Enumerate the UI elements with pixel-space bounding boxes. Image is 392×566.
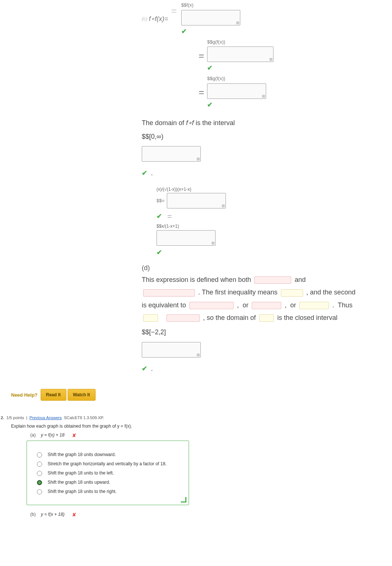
check-icon: ✔ bbox=[207, 100, 266, 110]
option-a2[interactable]: Stretch the graph horizontally and verti… bbox=[35, 460, 180, 467]
interval-formula-1: $$[0,∞) bbox=[142, 131, 392, 142]
obscured-thus-2 bbox=[166, 314, 200, 322]
x-icon: ✘ bbox=[72, 512, 76, 518]
domain-statement: The domain of f∘f is the interval bbox=[142, 118, 392, 128]
label-c: (c) bbox=[142, 15, 147, 23]
radio-a2[interactable] bbox=[37, 462, 42, 467]
answer-field-domain1[interactable] bbox=[142, 146, 201, 162]
option-a3-label: Shift the graph 18 units to the left. bbox=[48, 470, 114, 476]
answer-field-indent-2[interactable] bbox=[157, 230, 216, 246]
option-a1-label: Shift the graph 18 units downward. bbox=[48, 452, 116, 457]
score-label: 1/5 points bbox=[6, 415, 24, 420]
question-ref: SCalcET8 1.3.509.XP. bbox=[64, 415, 104, 420]
x-icon: ✘ bbox=[72, 432, 76, 438]
obscured-eq-3 bbox=[299, 302, 329, 309]
eq-sign-0: = bbox=[171, 5, 177, 16]
sub-b-equation: y = f(x + 18) bbox=[41, 512, 65, 517]
check-icon: ✔ bbox=[157, 247, 162, 258]
option-a4-label: Shift the graph 18 units upward. bbox=[48, 480, 110, 485]
obscured-eq-2 bbox=[252, 302, 281, 309]
eq-sign-1: = bbox=[199, 48, 204, 64]
check-icon: ✔ bbox=[157, 211, 162, 222]
radio-a3[interactable] bbox=[37, 471, 42, 476]
eq-sign-2: = bbox=[199, 85, 204, 100]
option-a1[interactable]: Shift the graph 18 units downward. bbox=[35, 451, 180, 458]
part-d-flow: This expression is defined when both and… bbox=[142, 273, 392, 324]
option-a5[interactable]: Shift the graph 18 units to the right. bbox=[35, 488, 180, 494]
check-icon: ✔ bbox=[181, 26, 240, 37]
watch-it-button[interactable]: Watch It bbox=[68, 389, 96, 401]
option-a4[interactable]: Shift the graph 18 units upward. bbox=[35, 479, 180, 485]
question-title: Explain how each graph is obtained from … bbox=[11, 424, 392, 429]
radio-a4[interactable] bbox=[37, 480, 42, 485]
options-box-a: Shift the graph 18 units downward. Stret… bbox=[27, 441, 189, 505]
indent-line-2a: $$x/(1-x+1) bbox=[157, 223, 179, 230]
check-icon: ✔ bbox=[142, 168, 147, 179]
obscured-eq-1 bbox=[189, 302, 234, 309]
fof-prefix: f∘f(x)= bbox=[149, 14, 168, 24]
interval-formula-2: $$[−2,2] bbox=[142, 327, 392, 338]
obscured-ineq-2 bbox=[143, 289, 195, 297]
obscured-ineq-1 bbox=[254, 276, 291, 284]
check-icon: ✔ bbox=[207, 63, 274, 73]
obscured-thus-1 bbox=[143, 314, 158, 322]
option-a3[interactable]: Shift the graph 18 units to the left. bbox=[35, 470, 180, 476]
part-d-label: (d) bbox=[142, 263, 150, 273]
sub-a-equation: y = f(x) + 18 bbox=[41, 432, 65, 438]
indent-line-1b: $$= bbox=[157, 197, 165, 205]
sub-a-letter: (a) bbox=[30, 432, 36, 438]
obscured-val-1 bbox=[281, 289, 303, 297]
period-2: . bbox=[151, 363, 153, 374]
radio-a1[interactable] bbox=[37, 452, 42, 458]
option-a2-label: Stretch the graph horizontally and verti… bbox=[48, 461, 166, 466]
answer-field-3[interactable] bbox=[207, 83, 266, 99]
indent-line-1a: (x)/(√(1-x))(x+1-x) bbox=[157, 186, 191, 193]
gfx-label: $$g(f(x)) bbox=[207, 38, 274, 46]
previous-answers-link[interactable]: Previous Answers bbox=[30, 415, 62, 420]
fx-label: $$f(x) bbox=[181, 1, 240, 9]
answer-field-2[interactable] bbox=[207, 46, 274, 62]
gfx-label-2: $$g(f(x)) bbox=[207, 75, 266, 83]
need-help-label: Need Help? bbox=[11, 392, 38, 398]
answer-field-indent-1[interactable] bbox=[167, 193, 226, 208]
period-1: . bbox=[151, 168, 153, 179]
radio-a5[interactable] bbox=[37, 489, 42, 494]
answer-field-1[interactable] bbox=[181, 10, 240, 25]
option-a5-label: Shift the graph 18 units to the right. bbox=[48, 489, 117, 494]
read-it-button[interactable]: Read It bbox=[41, 389, 66, 401]
check-icon: ✔ bbox=[142, 363, 147, 374]
obscured-gog bbox=[259, 314, 274, 322]
eq-indent: = bbox=[167, 210, 172, 223]
sub-b-letter: (b) bbox=[30, 512, 36, 517]
answer-field-domain2[interactable] bbox=[142, 342, 201, 358]
